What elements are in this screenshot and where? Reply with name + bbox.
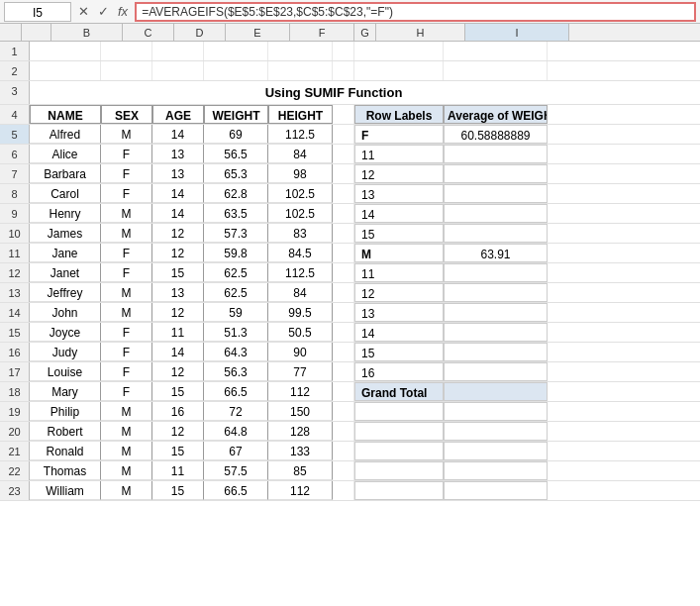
pivot-value-21[interactable] xyxy=(444,442,548,460)
cell-height-19[interactable]: 150 xyxy=(268,402,333,421)
cell-name-6[interactable]: Alice xyxy=(30,145,101,163)
header-name[interactable]: NAME xyxy=(30,105,101,124)
pivot-label-10[interactable]: 15 xyxy=(354,224,444,243)
cell-age-7[interactable]: 13 xyxy=(152,164,204,183)
cell-b3[interactable] xyxy=(30,81,101,104)
pivot-value-10[interactable] xyxy=(444,224,548,243)
cell-sex-7[interactable]: F xyxy=(101,164,152,183)
cell-name-18[interactable]: Mary xyxy=(30,382,101,401)
pivot-label-17[interactable]: 16 xyxy=(354,362,444,381)
cell-weight-22[interactable]: 57.5 xyxy=(204,461,268,480)
cell-g13[interactable] xyxy=(333,283,354,302)
cell-age-21[interactable]: 15 xyxy=(152,442,204,460)
cell-height-8[interactable]: 102.5 xyxy=(268,184,333,203)
pivot-value-16[interactable] xyxy=(444,343,548,361)
pivot-value-13[interactable] xyxy=(444,283,548,302)
cell-weight-6[interactable]: 56.5 xyxy=(204,145,268,163)
col-header-b[interactable]: B xyxy=(51,24,123,41)
cell-age-18[interactable]: 15 xyxy=(152,382,204,401)
cell-age-13[interactable]: 13 xyxy=(152,283,204,302)
col-header-f[interactable]: F xyxy=(290,24,354,41)
cell-weight-13[interactable]: 62.5 xyxy=(204,283,268,302)
pivot-label-12[interactable]: 11 xyxy=(354,263,444,282)
cell-g10[interactable] xyxy=(333,224,354,243)
cell-c1[interactable] xyxy=(101,42,152,60)
header-weight[interactable]: WEIGHT xyxy=(204,105,268,124)
pivot-value-22[interactable] xyxy=(444,461,548,480)
cell-sex-17[interactable]: F xyxy=(101,362,152,381)
cell-sex-18[interactable]: F xyxy=(101,382,152,401)
cell-e1[interactable] xyxy=(204,42,268,60)
cell-sex-11[interactable]: F xyxy=(101,244,152,262)
cell-c2[interactable] xyxy=(101,61,152,80)
cell-age-15[interactable]: 11 xyxy=(152,323,204,342)
col-header-h[interactable]: H xyxy=(376,24,465,41)
pivot-label-15[interactable]: 14 xyxy=(354,323,444,342)
col-header-g[interactable]: G xyxy=(354,24,376,41)
cell-height-22[interactable]: 85 xyxy=(268,461,333,480)
cell-sex-20[interactable]: M xyxy=(101,422,152,441)
cell-h3[interactable] xyxy=(485,81,574,104)
cell-name-9[interactable]: Henry xyxy=(30,204,101,223)
cell-name-12[interactable]: Janet xyxy=(30,263,101,282)
cell-h1[interactable] xyxy=(354,42,444,60)
cell-height-6[interactable]: 84 xyxy=(268,145,333,163)
cell-name-8[interactable]: Carol xyxy=(30,184,101,203)
pivot-label-19[interactable] xyxy=(354,402,444,421)
cell-sex-9[interactable]: M xyxy=(101,204,152,223)
pivot-value-15[interactable] xyxy=(444,323,548,342)
pivot-label-16[interactable]: 15 xyxy=(354,343,444,361)
pivot-label-21[interactable] xyxy=(354,442,444,460)
cell-height-9[interactable]: 102.5 xyxy=(268,204,333,223)
cell-height-17[interactable]: 77 xyxy=(268,362,333,381)
cell-weight-8[interactable]: 62.8 xyxy=(204,184,268,203)
cell-weight-20[interactable]: 64.8 xyxy=(204,422,268,441)
cell-height-10[interactable]: 83 xyxy=(268,224,333,243)
pivot-value-18[interactable] xyxy=(444,382,548,401)
cell-age-9[interactable]: 14 xyxy=(152,204,204,223)
cell-weight-9[interactable]: 63.5 xyxy=(204,204,268,223)
pivot-value-9[interactable] xyxy=(444,204,548,223)
cell-name-10[interactable]: James xyxy=(30,224,101,243)
pivot-value-19[interactable] xyxy=(444,402,548,421)
cell-height-14[interactable]: 99.5 xyxy=(268,303,333,322)
cell-age-10[interactable]: 12 xyxy=(152,224,204,243)
cell-age-16[interactable]: 14 xyxy=(152,343,204,361)
pivot-label-8[interactable]: 13 xyxy=(354,184,444,203)
cell-height-20[interactable]: 128 xyxy=(268,422,333,441)
cell-e2[interactable] xyxy=(204,61,268,80)
cell-sex-8[interactable]: F xyxy=(101,184,152,203)
cell-g15[interactable] xyxy=(333,323,354,342)
cell-d2[interactable] xyxy=(152,61,204,80)
cell-name-20[interactable]: Robert xyxy=(30,422,101,441)
cell-g8[interactable] xyxy=(333,184,354,203)
cell-height-12[interactable]: 112.5 xyxy=(268,263,333,282)
cell-weight-21[interactable]: 67 xyxy=(204,442,268,460)
cell-weight-11[interactable]: 59.8 xyxy=(204,244,268,262)
cell-height-21[interactable]: 133 xyxy=(268,442,333,460)
pivot-value-20[interactable] xyxy=(444,422,548,441)
col-header-d[interactable]: D xyxy=(174,24,226,41)
header-height[interactable]: HEIGHT xyxy=(268,105,333,124)
cell-g23[interactable] xyxy=(333,481,354,500)
pivot-value-7[interactable] xyxy=(444,164,548,183)
pivot-value-6[interactable] xyxy=(444,145,548,163)
cell-weight-23[interactable]: 66.5 xyxy=(204,481,268,500)
pivot-label-22[interactable] xyxy=(354,461,444,480)
formula-input[interactable] xyxy=(135,2,696,22)
cell-g7[interactable] xyxy=(333,164,354,183)
name-box[interactable]: I5 xyxy=(4,2,71,22)
cell-g12[interactable] xyxy=(333,263,354,282)
cell-g9[interactable] xyxy=(333,204,354,223)
cell-sex-23[interactable]: M xyxy=(101,481,152,500)
cell-sex-19[interactable]: M xyxy=(101,402,152,421)
cell-sex-16[interactable]: F xyxy=(101,343,152,361)
cell-weight-5[interactable]: 69 xyxy=(204,125,268,144)
cell-sex-14[interactable]: M xyxy=(101,303,152,322)
cell-weight-15[interactable]: 51.3 xyxy=(204,323,268,342)
header-age[interactable]: AGE xyxy=(152,105,204,124)
cell-c3[interactable] xyxy=(101,81,152,104)
cell-age-5[interactable]: 14 xyxy=(152,125,204,144)
cell-d1[interactable] xyxy=(152,42,204,60)
cell-name-17[interactable]: Louise xyxy=(30,362,101,381)
